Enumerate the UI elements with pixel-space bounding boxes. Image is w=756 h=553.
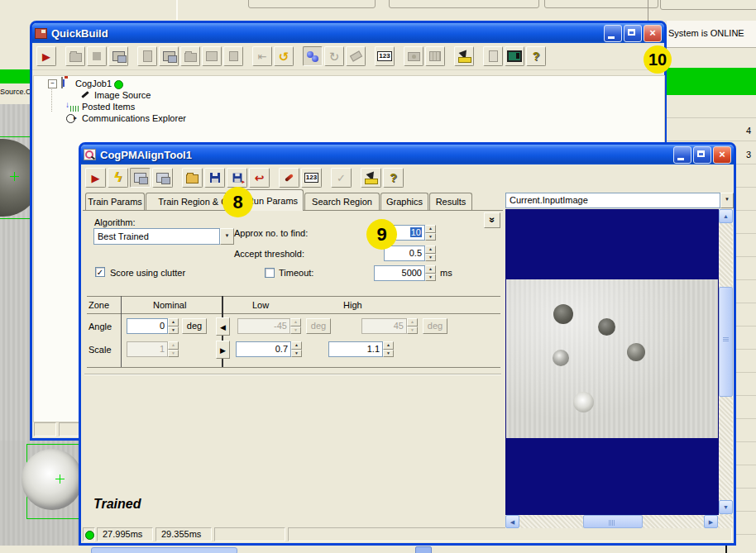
approx-spinner[interactable]: ▲▼ [425, 225, 436, 241]
pointer-ruler-button[interactable] [454, 46, 474, 66]
tree-expander[interactable]: − [48, 79, 57, 88]
redo-button[interactable]: ↻ [324, 46, 344, 66]
scale-nominal-field[interactable]: 1 [127, 341, 168, 357]
maximize-button[interactable] [693, 146, 711, 164]
group-b-button[interactable] [223, 46, 243, 66]
tree-item-comm-explorer[interactable]: Communications Explorer [82, 113, 186, 123]
pointer-ruler-button[interactable] [361, 168, 381, 188]
camera-button[interactable] [404, 46, 423, 66]
copy-right-button[interactable]: ▶ [216, 341, 230, 359]
save-button[interactable] [204, 168, 225, 188]
close-button[interactable]: × [713, 146, 731, 164]
scale-high-field[interactable]: 1.1 [328, 341, 383, 357]
tree-connector [51, 87, 53, 112]
scale-nominal-spinner[interactable]: ▲▼ [168, 341, 179, 357]
tab-train-params[interactable]: Train Params [85, 193, 145, 210]
combo-arrow-button[interactable]: ▼ [220, 228, 234, 245]
angle-high-spinner[interactable]: ▲▼ [407, 318, 418, 334]
tab-graphics[interactable]: Graphics [380, 193, 428, 210]
train-brush-button[interactable] [279, 168, 299, 188]
display-selector-combo[interactable]: Current.InputImage ▼ [505, 193, 734, 208]
document-button[interactable] [483, 46, 503, 66]
angle-high-deg-button[interactable]: deg [423, 318, 447, 334]
scale-low-field[interactable]: 0.7 [236, 341, 291, 357]
taskbar-scroll-arrow[interactable] [415, 546, 432, 553]
calc-button[interactable]: 123 [375, 46, 395, 66]
restore-windows-button[interactable] [108, 46, 128, 66]
timeout-spinner[interactable]: ▲▼ [425, 265, 436, 281]
tools-button[interactable] [346, 46, 366, 66]
run-job-button[interactable]: ▶ [36, 46, 56, 66]
v-scroll-up-button[interactable]: ▲ [719, 209, 733, 223]
high-header: High [343, 300, 362, 310]
paste-tool-button[interactable] [180, 46, 200, 66]
h-scroll-right-button[interactable]: ▶ [704, 515, 718, 528]
timeout-unit: ms [440, 268, 452, 278]
help-button[interactable]: ? [383, 168, 404, 188]
results-123-button[interactable]: 123 [301, 168, 322, 188]
close-button[interactable]: × [644, 25, 662, 42]
tree-item-image-source[interactable]: Image Source [94, 90, 151, 100]
undo-button[interactable]: ↺ [274, 46, 294, 66]
image-display[interactable] [505, 209, 719, 515]
image-display-button[interactable] [152, 168, 173, 188]
angle-low-deg-button[interactable]: deg [306, 318, 331, 334]
angle-deg-button[interactable]: deg [182, 318, 207, 334]
accept-field[interactable]: 0.5 [384, 246, 425, 261]
comm-arrow-icon: ▸ [74, 115, 77, 122]
scale-low-spinner[interactable]: ▲▼ [291, 341, 302, 357]
maximize-button[interactable] [624, 25, 642, 42]
angle-high-field[interactable]: 45 [361, 318, 407, 334]
pmalign-titlebar[interactable]: CogPMAlignTool1 × [81, 145, 734, 164]
trainer-button[interactable] [505, 46, 524, 66]
h-scroll-thumb[interactable] [583, 515, 643, 528]
calendar-icon [429, 51, 441, 61]
posted-grid-icon [70, 106, 79, 112]
tab-results[interactable]: Results [429, 193, 472, 210]
right-arrow-icon: ▶ [220, 346, 226, 355]
copy-tool-button[interactable] [159, 46, 179, 66]
minimize-button[interactable] [673, 146, 691, 164]
angle-nominal-spinner[interactable]: ▲▼ [168, 318, 179, 334]
copy-left-button[interactable]: ◀ [216, 317, 230, 336]
tree-item-cogjob1[interactable]: CogJob1 [75, 79, 112, 88]
save-image-button[interactable]: ▸ [227, 168, 247, 188]
algorithm-combo[interactable]: Best Trained ▼ [93, 228, 234, 245]
quickbuild-titlebar[interactable]: QuickBuild × [32, 23, 664, 43]
open-job-button[interactable] [65, 46, 85, 66]
v-scroll-thumb[interactable] [719, 287, 733, 397]
v-scroll-down-button[interactable]: ▼ [719, 500, 733, 514]
minimize-button[interactable] [604, 25, 622, 42]
pattern-pane [0, 441, 79, 546]
angle-low-spinner[interactable]: ▲▼ [290, 318, 301, 334]
gears-button[interactable] [303, 46, 323, 66]
calendar-button[interactable] [425, 46, 445, 66]
live-display-button[interactable] [130, 168, 151, 188]
tree-item-posted-items[interactable]: Posted Items [82, 102, 135, 112]
help-button[interactable]: ? [526, 46, 546, 66]
grid-row-number: 4 [746, 126, 751, 136]
combo-arrow-button[interactable]: ▼ [720, 193, 734, 208]
angle-low-field[interactable]: -45 [237, 318, 290, 334]
tab-search-region[interactable]: Search Region [304, 193, 380, 210]
h-scroll-left-button[interactable]: ◀ [505, 515, 519, 528]
accept-spinner[interactable]: ▲▼ [425, 246, 436, 261]
angle-nominal-field[interactable]: 0 [127, 318, 168, 334]
electric-run-button[interactable]: ϟ [108, 168, 128, 188]
timeout-field[interactable]: 5000 [374, 265, 425, 281]
timeout-checkbox[interactable] [265, 268, 275, 278]
score-clutter-checkbox[interactable]: ✓ [95, 267, 105, 277]
stop-button[interactable] [87, 46, 107, 66]
open-folder-icon [69, 53, 82, 62]
group-a-button[interactable] [202, 46, 222, 66]
floppy-arrow-icon [232, 174, 242, 183]
open-button[interactable] [182, 168, 203, 188]
collapse-chevron-button[interactable]: » [484, 212, 500, 228]
run-tool-button[interactable]: ▶ [85, 168, 106, 188]
taskbar-scroll-thumb[interactable] [91, 547, 237, 553]
import-button[interactable]: ⇤ [252, 46, 272, 66]
clipboard-button[interactable] [137, 46, 157, 66]
reset-button[interactable]: ↩ [249, 168, 270, 188]
scale-high-spinner[interactable]: ▲▼ [383, 341, 394, 357]
edit-disabled-button[interactable]: ✓ [331, 168, 352, 188]
